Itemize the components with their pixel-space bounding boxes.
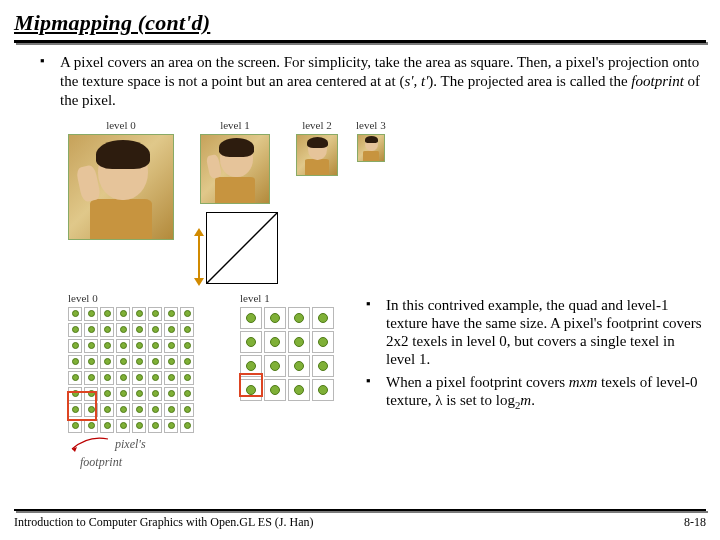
- r2m: m: [569, 374, 580, 390]
- texel-cell: [132, 419, 146, 433]
- texel-cell: [132, 371, 146, 385]
- texel-cell: [164, 339, 178, 353]
- texel-cell: [164, 387, 178, 401]
- texel-cell: [164, 403, 178, 417]
- texel-cell: [132, 403, 146, 417]
- footer-rule: [14, 509, 706, 511]
- texel-cell: [132, 339, 146, 353]
- texel-cell: [148, 323, 162, 337]
- texel-cell: [116, 387, 130, 401]
- r2c: m: [520, 392, 531, 408]
- texel-cell: [148, 307, 162, 321]
- texel-cell: [180, 307, 194, 321]
- footer-left: Introduction to Computer Graphics with O…: [14, 515, 314, 530]
- r2m2: m: [586, 374, 597, 390]
- r2a: When a pixel footprint covers: [386, 374, 569, 390]
- texel-cell: [100, 419, 114, 433]
- footprint-arrow-icon: [68, 437, 112, 455]
- level1-image: [200, 134, 270, 204]
- level3-label: level 3: [356, 119, 386, 131]
- quad-arrow-group: [192, 208, 278, 286]
- texel-cell: [264, 355, 286, 377]
- texel-cell: [68, 339, 82, 353]
- texel-cell: [100, 307, 114, 321]
- level2-label: level 2: [302, 119, 332, 131]
- texel-cell: [148, 339, 162, 353]
- texel-cell: [164, 371, 178, 385]
- texel-grid-level0: level 0 pixel's footprint: [68, 292, 194, 470]
- texel-cell: [180, 371, 194, 385]
- texel-cell: [116, 307, 130, 321]
- r2d: .: [531, 392, 535, 408]
- b1-fp: footprint: [631, 73, 684, 89]
- texel-cell: [100, 355, 114, 369]
- level0-image: [68, 134, 174, 240]
- texel-cell: [116, 371, 130, 385]
- texel-cell: [148, 419, 162, 433]
- bullet-lambda: When a pixel footprint covers mxm texels…: [370, 373, 706, 412]
- texel-cell: [68, 307, 82, 321]
- texel-cell: [180, 403, 194, 417]
- slide-title: Mipmapping (cont'd): [14, 10, 706, 36]
- texel-cell: [116, 323, 130, 337]
- texel-cell: [180, 387, 194, 401]
- texel-cell: [288, 355, 310, 377]
- texel-cell: [116, 355, 130, 369]
- texel-cell: [68, 355, 82, 369]
- texel-cell: [312, 355, 334, 377]
- level1-label: level 1: [220, 119, 250, 131]
- svg-line-0: [207, 213, 277, 283]
- texel-cell: [100, 403, 114, 417]
- texel-cell: [288, 331, 310, 353]
- pf1: pixel's: [115, 437, 146, 451]
- texel-cell: [68, 323, 82, 337]
- texel-grid-level1: level 1: [240, 292, 334, 470]
- texel-cell: [240, 331, 262, 353]
- texel-cell: [68, 419, 82, 433]
- texel-cell: [148, 387, 162, 401]
- texel-cell: [180, 419, 194, 433]
- texel-cell: [240, 307, 262, 329]
- level3-image: [357, 134, 385, 162]
- texel-cell: [164, 419, 178, 433]
- texel-cell: [100, 371, 114, 385]
- texel-cell: [84, 419, 98, 433]
- texel-cell: [84, 371, 98, 385]
- texel-cell: [180, 339, 194, 353]
- pf2: footprint: [80, 455, 122, 469]
- texel-cell: [148, 403, 162, 417]
- texel-cell: [164, 307, 178, 321]
- texel-cell: [132, 307, 146, 321]
- texel-cell: [100, 323, 114, 337]
- quad-diagonal-icon: [207, 213, 277, 283]
- right-bullets: In this contrived example, the quad and …: [362, 296, 706, 417]
- level0-thumb: level 0: [68, 119, 174, 240]
- title-block: Mipmapping (cont'd): [14, 10, 706, 43]
- grid1-highlight: [239, 373, 263, 397]
- bullet-example: In this contrived example, the quad and …: [370, 296, 706, 369]
- grid0-highlight: [67, 391, 97, 421]
- mip-levels-row: level 0 level 1 level 2 level 3: [68, 119, 706, 286]
- grid1-label: level 1: [240, 292, 270, 304]
- double-arrow-icon: [192, 228, 206, 286]
- unit-quad: [206, 212, 278, 284]
- texel-cell: [288, 379, 310, 401]
- grid0-label: level 0: [68, 292, 98, 304]
- level0-label: level 0: [106, 119, 136, 131]
- texel-cell: [264, 331, 286, 353]
- bullet-footprint: A pixel covers an area on the screen. Fo…: [44, 53, 706, 111]
- texel-cell: [312, 307, 334, 329]
- title-rule: [14, 40, 706, 43]
- level1-column: level 1: [192, 119, 278, 286]
- level3-thumb: level 3: [356, 119, 386, 162]
- level2-thumb: level 2: [296, 119, 338, 176]
- texel-cell: [116, 403, 130, 417]
- texel-cell: [100, 339, 114, 353]
- texel-cell: [148, 355, 162, 369]
- texel-cell: [312, 331, 334, 353]
- top-bullets: A pixel covers an area on the screen. Fo…: [14, 53, 706, 111]
- texel-cell: [84, 323, 98, 337]
- footer: Introduction to Computer Graphics with O…: [14, 509, 706, 530]
- b1-sp: s', t': [404, 73, 428, 89]
- texel-cell: [164, 355, 178, 369]
